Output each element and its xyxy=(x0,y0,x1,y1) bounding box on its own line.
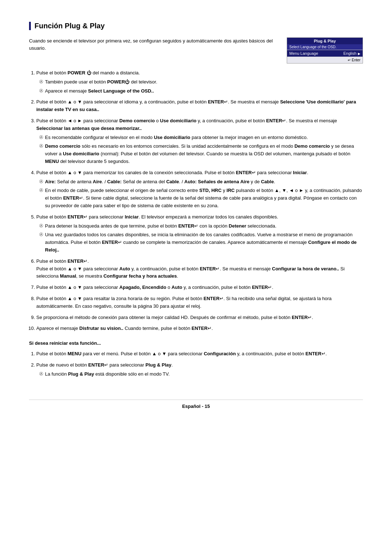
content-area: Pulse el botón POWER ⏻ del mando a dista… xyxy=(29,69,363,378)
step-4-note-2: ㉦ En el modo de cable, puede seleccionar… xyxy=(39,187,363,209)
osd-menu-language-value: English xyxy=(343,51,360,56)
osd-menu-language-row: Menu Language English xyxy=(287,50,363,57)
step-9: Se proporciona el método de conexión par… xyxy=(36,314,363,322)
step-1-note-1: ㉦ También puede usar el botón POWER⏻ del… xyxy=(39,78,363,86)
step-3-note-1: ㉦ Es recomendable configurar el televiso… xyxy=(39,134,363,142)
step-6: Pulse el botón ENTER↵. Pulse el botón ▲ … xyxy=(36,258,363,280)
step-5: Pulse el botón ENTER↵ para seleccionar I… xyxy=(36,213,363,254)
step-4: Pulse el botón ▲ o ▼ para memorizar los … xyxy=(36,169,363,210)
step-7: Pulse el botón ▲ o ▼ para seleccionar Ap… xyxy=(36,284,363,291)
osd-panel: Plug & Play Select Language of the OSD. … xyxy=(287,37,363,64)
step-3-note-2: ㉦ Demo comercio sólo es necesario en los… xyxy=(39,143,363,165)
step-1-note-2: ㉦ Aparece el mensaje Select Language of … xyxy=(39,87,363,95)
reiniciar-step-1: Pulse el botón MENU para ver el menú. Pu… xyxy=(36,350,363,358)
reiniciar-step-2-note: ㉦ La función Plug & Play está disponible… xyxy=(39,371,363,378)
osd-subtitle: Select Language of the OSD. xyxy=(287,44,363,50)
step-5-note-1: ㉦ Para detener la búsqueda antes de que … xyxy=(39,222,363,230)
step-5-note-2: ㉦ Una vez guardados todos los canales di… xyxy=(39,231,363,254)
reiniciar-heading: Si desea reiniciar esta función... xyxy=(29,340,363,347)
step-8: Pulse el botón ▲ o ▼ para resaltar la zo… xyxy=(36,295,363,310)
osd-enter-label: ↵ Enter xyxy=(287,57,363,63)
intro-text: Cuando se enciende el televisor por prim… xyxy=(29,37,279,52)
osd-title: Plug & Play xyxy=(287,38,363,44)
step-4-note-1: ㉦ Aire: Señal de antena Aire. / Cable: S… xyxy=(39,178,363,186)
step-2: Pulse el botón ▲ o ▼ para seleccionar el… xyxy=(36,98,363,114)
page-footer: Español - 15 xyxy=(29,400,363,409)
step-1: Pulse el botón POWER ⏻ del mando a dista… xyxy=(36,69,363,95)
reiniciar-step-2: Pulse de nuevo el botón ENTER↵ para sele… xyxy=(36,361,363,378)
osd-menu-language-label: Menu Language xyxy=(289,51,318,56)
step-10: Aparece el mensaje Disfrutar su vision..… xyxy=(36,325,363,332)
step-3: Pulse el botón ◄ o ► para seleccionar De… xyxy=(36,117,363,165)
page-title: Función Plug & Play xyxy=(29,22,105,30)
